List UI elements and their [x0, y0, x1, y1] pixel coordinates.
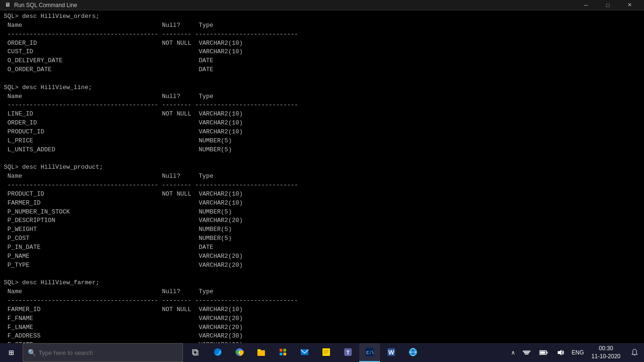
tray-network-icon[interactable]: [518, 343, 535, 362]
svg-rect-21: [524, 352, 529, 353]
svg-rect-6: [280, 353, 282, 355]
task-view-icon: ⧉: [192, 347, 198, 358]
svg-text:C:\: C:\: [366, 351, 374, 355]
svg-rect-5: [283, 349, 286, 352]
taskbar-apps: TC:\W: [206, 343, 508, 362]
minimize-button[interactable]: ─: [575, 0, 597, 10]
svg-rect-4: [280, 349, 282, 352]
tray-volume-icon[interactable]: [552, 343, 569, 362]
clock-date: 11-10-2020: [592, 353, 620, 361]
taskbar: ⊞ 🔍 ⧉ TC:\W ∧ ENG 00:30 11-10-2020: [0, 343, 644, 362]
svg-text:T: T: [347, 350, 350, 355]
maximize-button[interactable]: □: [597, 0, 619, 10]
taskbar-app-sql-cmdline[interactable]: C:\: [359, 343, 380, 362]
svg-rect-24: [540, 352, 545, 354]
taskbar-app-file-explorer[interactable]: [251, 343, 272, 362]
svg-rect-20: [525, 354, 528, 354]
terminal-area[interactable]: SQL> desc HillView_orders; Name Null? Ty…: [0, 10, 644, 343]
svg-rect-7: [283, 353, 286, 355]
tray-battery-icon[interactable]: [535, 343, 552, 362]
tray-language[interactable]: ENG: [569, 343, 587, 362]
system-tray: ∧ ENG 00:30 11-10-2020: [508, 343, 644, 362]
taskbar-app-browser2[interactable]: [403, 343, 423, 362]
taskbar-app-store[interactable]: [272, 343, 293, 362]
svg-rect-22: [523, 351, 530, 352]
task-view-button[interactable]: ⧉: [185, 343, 206, 362]
taskbar-app-chrome-browser[interactable]: [229, 343, 250, 362]
taskbar-search-box[interactable]: 🔍: [23, 343, 183, 362]
title-icon: 🖥: [4, 1, 11, 9]
taskbar-app-sticky-notes[interactable]: [316, 343, 337, 362]
titlebar: 🖥 Run SQL Command Line ─ □ ✕: [0, 0, 644, 10]
start-button[interactable]: ⊞: [0, 343, 23, 362]
tray-expand[interactable]: ∧: [508, 343, 518, 362]
svg-rect-8: [301, 349, 308, 355]
tray-clock[interactable]: 00:30 11-10-2020: [587, 343, 625, 362]
search-input[interactable]: [39, 349, 178, 356]
taskbar-app-mail[interactable]: [294, 343, 315, 362]
clock-time: 00:30: [599, 345, 613, 353]
notification-button[interactable]: [625, 343, 644, 362]
taskbar-app-edge-browser[interactable]: [207, 343, 228, 362]
taskbar-app-teams[interactable]: T: [338, 343, 358, 362]
window-title: Run SQL Command Line: [14, 2, 575, 8]
svg-rect-25: [546, 352, 547, 354]
terminal-output: SQL> desc HillView_orders; Name Null? Ty…: [4, 12, 640, 343]
window-controls: ─ □ ✕: [575, 0, 640, 10]
svg-text:W: W: [388, 349, 395, 356]
search-icon: 🔍: [28, 349, 36, 357]
close-button[interactable]: ✕: [619, 0, 640, 10]
taskbar-app-word[interactable]: W: [381, 343, 402, 362]
svg-rect-3: [257, 349, 261, 351]
svg-marker-26: [558, 350, 561, 355]
